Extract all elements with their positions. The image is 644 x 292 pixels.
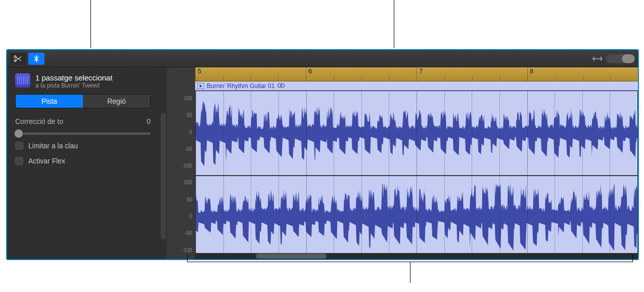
horizontal-scrollbar[interactable]	[195, 253, 638, 259]
pitch-correction-slider[interactable]	[15, 133, 151, 135]
amp-tick: 0	[189, 130, 192, 135]
ruler-marker: 7	[417, 67, 423, 81]
waveform-canvas[interactable]	[195, 91, 638, 259]
ruler-marker: 5	[195, 67, 201, 81]
pitch-correction-value: 0	[147, 117, 151, 126]
amp-tick: 50	[187, 112, 192, 118]
zoom-slider[interactable]	[606, 54, 635, 63]
amp-tick: -50	[185, 230, 192, 236]
ruler-marker: 9	[638, 67, 639, 81]
callout-line	[90, 0, 91, 48]
inspector-panel: 1 passatge seleccionat a la pista Burnin…	[7, 67, 167, 259]
loop-icon	[277, 83, 285, 89]
callout-bracket	[187, 262, 633, 269]
amp-tick: 100	[183, 180, 192, 185]
ruler-marker: 8	[527, 67, 533, 81]
selection-subtitle: a la pista Burnin' Tweed	[35, 82, 113, 89]
flex-icon	[32, 55, 40, 62]
scrollbar-thumb[interactable]	[256, 254, 327, 259]
audio-editor-window: 1 passatge seleccionat a la pista Burnin…	[6, 49, 639, 260]
time-ruler[interactable]: 56789	[195, 67, 638, 81]
flex-tool-button[interactable]	[28, 53, 44, 65]
region-header[interactable]: Burnin' Rhythm Guitar 01	[195, 81, 638, 91]
tab-track[interactable]: Pista	[16, 95, 83, 108]
horizontal-arrows-icon	[592, 56, 603, 62]
slider-knob[interactable]	[14, 129, 23, 138]
scissors-tool-button[interactable]	[10, 53, 26, 65]
inspector-tabs: Pista Regió	[15, 94, 151, 108]
amp-tick: 0	[189, 214, 192, 219]
instrument-icon	[15, 73, 30, 88]
play-icon	[197, 83, 204, 89]
editor-toolbar	[7, 50, 638, 67]
enable-flex-checkbox[interactable]	[15, 157, 23, 165]
pitch-correction-label: Correcció de to	[15, 117, 63, 126]
enable-flex-label: Activar Flex	[28, 157, 65, 165]
scissors-icon	[14, 55, 23, 62]
waveform-editor: 56789 Burnin' Rhythm Guitar 01 100500-50…	[167, 67, 638, 259]
ruler-marker: 6	[306, 67, 312, 81]
tab-region[interactable]: Regió	[83, 95, 150, 108]
amplitude-ruler: 100500-50-100100500-50-100	[167, 91, 195, 259]
amp-tick: 50	[187, 197, 192, 202]
callout-line	[394, 0, 394, 48]
inspector-scrollbar[interactable]	[161, 113, 166, 239]
limit-to-key-label: Limitar a la clau	[28, 142, 78, 150]
selection-title: 1 passatge seleccionat	[35, 73, 113, 82]
amp-tick: 100	[183, 96, 192, 101]
amp-tick: -100	[182, 247, 192, 253]
amp-tick: -50	[185, 146, 192, 152]
region-name: Burnin' Rhythm Guitar 01	[207, 82, 274, 90]
amp-tick: -100	[182, 163, 192, 169]
horizontal-zoom[interactable]	[592, 54, 635, 63]
limit-to-key-checkbox[interactable]	[15, 142, 23, 150]
